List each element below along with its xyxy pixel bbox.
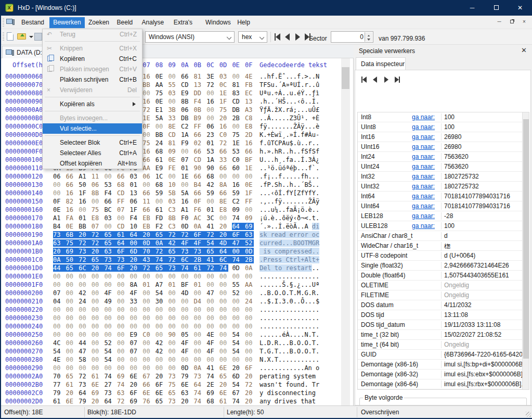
- hex-byte[interactable]: 83: [232, 90, 245, 97]
- hex-byte[interactable]: 72: [168, 231, 181, 238]
- hex-byte[interactable]: 4E: [245, 73, 258, 80]
- inspector-value[interactable]: 1,5075443403655E161: [441, 272, 523, 279]
- hex-byte[interactable]: 00: [206, 298, 219, 305]
- hex-byte[interactable]: EB: [142, 214, 155, 222]
- hex-byte[interactable]: B4: [194, 181, 207, 188]
- hex-byte[interactable]: 2D: [245, 131, 258, 138]
- hex-byte[interactable]: 00: [117, 331, 130, 338]
- menu-item-kopi-ren[interactable]: KopiërenCtrl+C: [43, 54, 142, 64]
- hex-byte[interactable]: 73: [194, 373, 207, 380]
- hex-byte[interactable]: 00: [168, 289, 181, 297]
- hex-byte[interactable]: 0A: [155, 239, 168, 247]
- hex-byte[interactable]: B4: [53, 223, 66, 230]
- hex-byte[interactable]: 33: [219, 156, 232, 163]
- menu-item-offset-kopi-ren[interactable]: Offset kopiërenAlt+Ins: [43, 158, 142, 169]
- hex-byte[interactable]: 00: [194, 331, 207, 338]
- hex-byte[interactable]: 00: [79, 206, 92, 213]
- hex-byte[interactable]: 00: [66, 314, 79, 322]
- hex-byte[interactable]: 00: [232, 306, 245, 313]
- hex-byte[interactable]: 00: [206, 306, 219, 313]
- hex-byte[interactable]: 6E: [142, 389, 155, 397]
- hex-byte[interactable]: 59: [206, 189, 219, 197]
- hex-byte[interactable]: 66: [104, 198, 117, 205]
- hex-byte[interactable]: 69: [206, 389, 219, 397]
- hex-byte[interactable]: F4: [194, 98, 207, 105]
- hex-byte[interactable]: 69: [245, 223, 254, 230]
- hex-byte[interactable]: 00: [53, 323, 66, 330]
- hex-byte[interactable]: 42: [168, 239, 181, 247]
- hex-byte[interactable]: 00: [104, 281, 117, 288]
- hex-byte[interactable]: C3: [168, 206, 181, 213]
- hex-byte[interactable]: CD: [117, 223, 130, 230]
- hex-byte[interactable]: 00: [245, 173, 258, 180]
- hex-byte[interactable]: F2: [155, 223, 168, 230]
- hex-byte[interactable]: DB: [181, 115, 194, 122]
- inspector-value[interactable]: 100: [441, 113, 523, 121]
- new-file-button[interactable]: [5, 31, 17, 43]
- previous-sector-button[interactable]: [285, 33, 293, 41]
- decoded-text[interactable]: Uªu.÷Á..u.éÝ..ƒì: [259, 90, 321, 97]
- hex-byte[interactable]: 68: [155, 148, 168, 155]
- hex-byte[interactable]: 16: [66, 189, 79, 197]
- hex-byte[interactable]: 5A: [181, 189, 194, 197]
- hex-byte[interactable]: 61: [92, 373, 105, 380]
- inspector-value[interactable]: imul esi,[fs:ebx+$0000006B],: [441, 371, 523, 378]
- decoded-text[interactable]: ŸƒÄ.žX.rá;...uÛ£: [259, 106, 321, 114]
- hex-scrollbar[interactable]: [341, 58, 350, 405]
- hex-byte[interactable]: A1: [181, 206, 194, 213]
- decoded-text[interactable]: K.+Èwï¸.»Í.f#Àu-: [259, 131, 321, 139]
- menu-help[interactable]: Help: [233, 17, 254, 28]
- hex-byte[interactable]: 0F: [142, 123, 155, 130]
- hex-byte[interactable]: 00: [117, 364, 130, 372]
- hex-byte[interactable]: 00: [206, 281, 219, 288]
- hex-byte[interactable]: 4F: [206, 339, 219, 347]
- hex-byte[interactable]: 20: [181, 398, 194, 405]
- hex-byte[interactable]: 0F: [53, 198, 66, 205]
- decoded-text[interactable]: U...h¸.fa..Í.3À¿: [259, 156, 321, 164]
- hex-byte[interactable]: 20: [92, 398, 105, 405]
- hex-byte[interactable]: 06: [92, 181, 105, 188]
- hex-byte[interactable]: 00: [194, 339, 207, 347]
- hex-byte[interactable]: 0E: [155, 73, 168, 80]
- hex-byte[interactable]: 4F: [181, 339, 194, 347]
- hex-byte[interactable]: 41: [206, 364, 219, 372]
- hex-byte[interactable]: 72: [79, 256, 92, 263]
- hex-byte[interactable]: 61: [194, 264, 207, 272]
- hex-byte[interactable]: CD: [232, 98, 245, 105]
- hex-byte[interactable]: 63: [53, 239, 66, 247]
- decoded-text[interactable]: ...u¼..faÃ¡ö.è..: [259, 206, 321, 214]
- hex-byte[interactable]: EB: [142, 223, 155, 230]
- hex-byte[interactable]: 63: [181, 389, 194, 397]
- hex-byte[interactable]: 6E: [181, 381, 194, 388]
- hex-byte[interactable]: 66: [66, 181, 79, 188]
- inspector-previous-button[interactable]: [373, 77, 377, 85]
- hex-byte[interactable]: 64: [219, 248, 232, 255]
- hex-byte[interactable]: 41: [206, 223, 219, 230]
- hex-byte[interactable]: 00: [92, 281, 105, 288]
- hex-byte[interactable]: 2B: [245, 256, 254, 263]
- decoded-text[interactable]: .‚..fÿ.......ŽÂÿ: [259, 198, 321, 206]
- hex-byte[interactable]: 65: [155, 231, 168, 238]
- hex-byte[interactable]: 23: [206, 131, 219, 138]
- hex-byte[interactable]: CD: [181, 81, 194, 88]
- hex-byte[interactable]: 73: [168, 373, 181, 380]
- hex-byte[interactable]: BF: [181, 281, 194, 288]
- hex-byte[interactable]: 00: [168, 298, 181, 305]
- hex-byte[interactable]: 72: [168, 256, 181, 263]
- hex-byte[interactable]: 00: [130, 306, 143, 313]
- hex-byte[interactable]: 0F: [194, 198, 207, 205]
- inspector-scrollbar[interactable]: [522, 112, 529, 389]
- hex-byte[interactable]: 00: [104, 331, 117, 338]
- hex-byte[interactable]: 66: [194, 173, 207, 180]
- decoded-text[interactable]: TFSu.´A»ªUÍ.r..û: [259, 81, 321, 89]
- inspector-value[interactable]: -28: [441, 212, 523, 220]
- hex-byte[interactable]: 72: [155, 248, 168, 255]
- menu-extras[interactable]: Extra's: [170, 17, 196, 28]
- hex-byte[interactable]: 00: [194, 323, 207, 330]
- hex-byte[interactable]: D4: [194, 298, 207, 305]
- hex-byte[interactable]: CD: [168, 131, 181, 138]
- hex-byte[interactable]: 03: [104, 214, 117, 222]
- hex-byte[interactable]: 00: [219, 331, 232, 338]
- decoded-text[interactable]: ......éÀ....N.T.: [259, 331, 321, 339]
- hex-byte[interactable]: 20: [155, 373, 168, 380]
